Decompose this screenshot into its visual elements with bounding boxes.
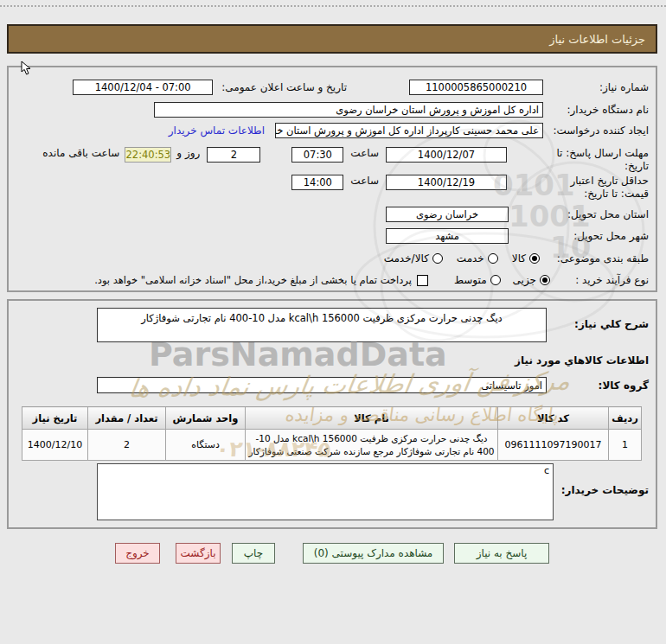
classification-label: طبقه بندی موضوعی: xyxy=(543,252,649,265)
delivery-province-row: استان محل تحویل: خراسان رضوی xyxy=(16,206,649,223)
view-attachments-button[interactable]: مشاهده مدارک پیوستی (0) xyxy=(303,543,444,564)
buyer-notes-textarea[interactable]: c xyxy=(97,463,554,520)
creator-field[interactable]: علی محمد حسینی کارپرداز اداره کل اموزش و… xyxy=(275,123,543,138)
radio-service-label: خدمت xyxy=(457,252,484,265)
buyer-contact-link[interactable]: اطلاعات تماس خریدار xyxy=(169,124,265,137)
countdown-timer: 22:40:53 xyxy=(125,147,171,163)
cell-goods-code: 0961111097190017 xyxy=(498,430,609,461)
delivery-city-field[interactable]: مشهد xyxy=(386,228,509,244)
radio-service[interactable] xyxy=(488,253,498,264)
reply-deadline-label: مهلت ارسال پاسخ: تا تاریخ: xyxy=(543,147,649,173)
goods-table: ردیف کد کالا نام کالا واحد شمارش تعداد /… xyxy=(22,406,642,461)
process-type-label: نوع فرآیند خرید : xyxy=(554,274,649,287)
treasury-checkbox[interactable] xyxy=(417,275,428,286)
goods-info-panel: شرح کلي نیاز: دیگ چدنی حرارت مرکزی ظرفیت… xyxy=(7,299,657,529)
classification-option-goods-service[interactable]: کالا/خدمت xyxy=(384,252,443,265)
classification-row: طبقه بندی موضوعی: کالا خدمت کالا/خدمت xyxy=(16,250,649,267)
buyer-org-row: نام دستگاه خریدار: اداره کل اموزش و پرور… xyxy=(16,101,649,118)
need-number-field[interactable]: 1100005865000210 xyxy=(409,80,543,95)
delivery-city-row: شهر محل تحویل: مشهد xyxy=(16,227,649,245)
exit-button[interactable]: خروج xyxy=(115,543,160,564)
reply-deadline-date-field[interactable]: 1400/12/07 xyxy=(386,147,507,163)
announce-datetime-label: تاریخ و ساعت اعلان عمومی: xyxy=(221,81,347,93)
radio-goods-service[interactable] xyxy=(432,253,443,264)
radio-goods-label: کالا xyxy=(512,252,526,265)
price-validity-row: حداقل تاریخ اعتبار قیمت: تا تاریخ: 1400/… xyxy=(16,175,649,201)
reply-deadline-hour-label: ساعت xyxy=(350,147,379,159)
goods-group-label: گروه کالا: xyxy=(547,379,649,392)
delivery-province-field[interactable]: خراسان رضوی xyxy=(386,207,509,222)
remaining-hours-label: ساعت باقی مانده xyxy=(42,147,119,159)
cell-row-index: 1 xyxy=(609,430,642,461)
col-header-goods-name: نام کالا xyxy=(246,407,498,430)
treasury-checkbox-label: پرداخت تمام یا بخشی از مبلغ خرید،از محل … xyxy=(94,274,412,286)
print-button[interactable]: چاپ xyxy=(232,543,275,564)
section-title-bar: جزئیات اطلاعات نیاز xyxy=(7,24,657,54)
buyer-org-label: نام دستگاه خریدار: xyxy=(543,104,649,117)
goods-info-header: اطلاعات کالاهاي مورد نیاز xyxy=(515,354,649,367)
classification-option-goods[interactable]: کالا xyxy=(512,252,540,265)
top-dotted-divider xyxy=(0,5,666,7)
goods-group-field[interactable]: امور تاسیساتی xyxy=(97,377,547,393)
need-number-row: شماره نیاز: 1100005865000210 تاریخ و ساع… xyxy=(16,79,649,96)
creator-row: ایجاد کننده درخواست: علی محمد حسینی کارپ… xyxy=(16,122,649,139)
classification-option-service[interactable]: خدمت xyxy=(457,252,498,265)
announce-datetime-field[interactable]: 1400/12/04 - 07:00 xyxy=(73,80,213,95)
need-number-label: شماره نیاز: xyxy=(543,81,649,94)
radio-medium[interactable] xyxy=(490,275,501,285)
buyer-org-field[interactable]: اداره کل اموزش و پرورش استان خراسان رضوی xyxy=(154,102,543,118)
buyer-notes-label: توضیحات خریدار: xyxy=(561,484,649,496)
radio-medium-label: متوسط xyxy=(454,274,487,286)
description-label: شرح کلي نیاز: xyxy=(547,308,649,330)
cell-need-date: 1400/12/10 xyxy=(22,430,88,461)
general-info-panel: شماره نیاز: 1100005865000210 تاریخ و ساع… xyxy=(7,66,657,292)
process-option-minor[interactable]: جزیی xyxy=(513,274,550,286)
cell-unit: دستگاه xyxy=(166,430,246,461)
goods-table-row: 1 0961111097190017 دیگ چدنی حرارت مرکزی … xyxy=(22,430,642,461)
col-header-unit: واحد شمارش xyxy=(166,407,246,430)
respond-to-need-button[interactable]: پاسخ به نیاز xyxy=(454,543,549,564)
cell-quantity: 2 xyxy=(88,430,166,461)
col-header-row-index: ردیف xyxy=(609,407,642,430)
col-header-goods-code: کد کالا xyxy=(498,407,609,430)
radio-minor-selected[interactable] xyxy=(540,275,550,285)
price-validity-label: حداقل تاریخ اعتبار قیمت: تا تاریخ: xyxy=(543,175,649,201)
col-header-need-date: تاریخ نیاز xyxy=(22,407,88,430)
radio-minor-label: جزیی xyxy=(513,274,536,286)
price-validity-time-field[interactable]: 14:00 xyxy=(291,175,343,190)
radio-goods-service-label: کالا/خدمت xyxy=(384,252,429,265)
process-type-row: نوع فرآیند خرید : جزیی متوسط پرداخت تمام… xyxy=(16,271,649,289)
price-validity-date-field[interactable]: 1400/12/19 xyxy=(386,175,507,190)
need-details-page: { "titlebar": { "text": "جزئیات اطلاعات … xyxy=(0,0,666,644)
goods-header-row: اطلاعات کالاهاي مورد نیاز xyxy=(16,354,649,367)
cell-goods-name: دیگ چدنی حرارت مرکزی ظرفیت kcal\h 156000… xyxy=(246,430,498,461)
description-row: شرح کلي نیاز: دیگ چدنی حرارت مرکزی ظرفیت… xyxy=(16,308,649,342)
goods-group-row: گروه کالا: امور تاسیساتی xyxy=(16,377,649,393)
price-validity-hour-label: ساعت xyxy=(350,175,379,187)
process-option-medium[interactable]: متوسط xyxy=(454,274,501,286)
remaining-days-label: روز و xyxy=(176,147,200,159)
page-title: جزئیات اطلاعات نیاز xyxy=(549,33,645,46)
radio-goods-selected[interactable] xyxy=(529,253,540,264)
goods-table-header-row: ردیف کد کالا نام کالا واحد شمارش تعداد /… xyxy=(22,407,642,430)
delivery-province-label: استان محل تحویل: xyxy=(543,208,649,221)
back-button[interactable]: بازگشت xyxy=(176,543,221,564)
description-field[interactable]: دیگ چدنی حرارت مرکزی ظرفیت kcal\h 156000… xyxy=(97,308,547,342)
delivery-city-label: شهر محل تحویل: xyxy=(543,230,649,243)
reply-deadline-row: مهلت ارسال پاسخ: تا تاریخ: 1400/12/07 سا… xyxy=(16,147,649,173)
reply-deadline-time-field[interactable]: 07:30 xyxy=(291,147,343,163)
col-header-quantity: تعداد / مقدار xyxy=(88,407,166,430)
remaining-days-field[interactable]: 2 xyxy=(207,147,260,163)
creator-label: ایجاد کننده درخواست: xyxy=(543,124,649,137)
